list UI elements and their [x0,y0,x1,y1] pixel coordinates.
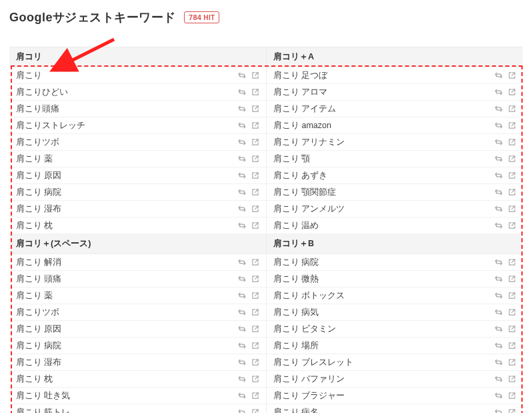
keyword-row[interactable]: 肩こり ビタミン [267,321,523,338]
keyword-row[interactable]: 肩こり 足つぼ [267,67,523,84]
retweet-icon[interactable] [238,138,246,146]
retweet-icon[interactable] [495,71,503,79]
external-link-icon[interactable] [508,155,516,163]
external-link-icon[interactable] [251,205,259,213]
retweet-icon[interactable] [238,275,246,283]
keyword-row[interactable]: 肩こり 病院 [9,338,266,354]
external-link-icon[interactable] [508,171,516,179]
retweet-icon[interactable] [238,71,246,79]
retweet-icon[interactable] [238,205,246,213]
external-link-icon[interactable] [251,88,259,96]
keyword-row[interactable]: 肩こり 薬 [9,288,266,304]
retweet-icon[interactable] [238,392,246,400]
external-link-icon[interactable] [508,222,516,230]
keyword-row[interactable]: 肩こり 場所 [267,338,523,354]
keyword-row[interactable]: 肩こりツボ [9,134,266,151]
external-link-icon[interactable] [251,325,259,333]
retweet-icon[interactable] [238,121,246,129]
external-link-icon[interactable] [251,292,259,300]
retweet-icon[interactable] [495,88,503,96]
external-link-icon[interactable] [508,375,516,383]
keyword-row[interactable]: 肩こり バファリン [267,371,523,388]
retweet-icon[interactable] [495,292,503,300]
external-link-icon[interactable] [251,358,259,366]
retweet-icon[interactable] [495,408,503,413]
retweet-icon[interactable] [238,375,246,383]
retweet-icon[interactable] [495,342,503,350]
retweet-icon[interactable] [495,171,503,179]
keyword-row[interactable]: 肩こり 病院 [267,254,523,271]
retweet-icon[interactable] [238,308,246,316]
keyword-row[interactable]: 肩こり ブレスレット [267,354,523,371]
external-link-icon[interactable] [508,358,516,366]
keyword-row[interactable]: 肩こり 薬 [9,151,266,167]
keyword-row[interactable]: 肩こり 吐き気 [9,388,266,404]
keyword-row[interactable]: 肩こり アロマ [267,84,523,101]
keyword-row[interactable]: 肩こり 頭痛 [9,271,266,288]
retweet-icon[interactable] [495,375,503,383]
keyword-row[interactable]: 肩こり アリナミン [267,134,523,151]
retweet-icon[interactable] [495,138,503,146]
retweet-icon[interactable] [238,88,246,96]
external-link-icon[interactable] [508,188,516,196]
external-link-icon[interactable] [251,155,259,163]
keyword-row[interactable]: 肩こり あずき [267,167,523,184]
retweet-icon[interactable] [238,105,246,113]
keyword-row[interactable]: 肩こり頭痛 [9,101,266,117]
retweet-icon[interactable] [495,155,503,163]
keyword-row[interactable]: 肩こり 枕 [9,371,266,388]
external-link-icon[interactable] [508,292,516,300]
external-link-icon[interactable] [508,325,516,333]
external-link-icon[interactable] [251,375,259,383]
external-link-icon[interactable] [508,275,516,283]
external-link-icon[interactable] [508,308,516,316]
retweet-icon[interactable] [495,121,503,129]
keyword-row[interactable]: 肩こり 病気 [267,304,523,321]
keyword-row[interactable]: 肩こりひどい [9,84,266,101]
retweet-icon[interactable] [238,188,246,196]
retweet-icon[interactable] [238,325,246,333]
keyword-row[interactable]: 肩こり 湿布 [9,354,266,371]
retweet-icon[interactable] [495,275,503,283]
external-link-icon[interactable] [251,222,259,230]
keyword-row[interactable]: 肩こりツボ [9,304,266,321]
keyword-row[interactable]: 肩こりストレッチ [9,117,266,134]
external-link-icon[interactable] [251,121,259,129]
retweet-icon[interactable] [238,342,246,350]
keyword-row[interactable]: 肩こり 病院 [9,184,266,201]
external-link-icon[interactable] [251,138,259,146]
keyword-row[interactable]: 肩こり 枕 [9,218,266,234]
retweet-icon[interactable] [238,292,246,300]
retweet-icon[interactable] [495,205,503,213]
retweet-icon[interactable] [238,358,246,366]
external-link-icon[interactable] [251,71,259,79]
retweet-icon[interactable] [495,105,503,113]
keyword-row[interactable]: 肩こり ブラジャー [267,388,523,404]
keyword-row[interactable]: 肩こり 原因 [9,167,266,184]
external-link-icon[interactable] [251,105,259,113]
retweet-icon[interactable] [495,308,503,316]
keyword-row[interactable]: 肩こり 原因 [9,321,266,338]
external-link-icon[interactable] [508,342,516,350]
external-link-icon[interactable] [508,121,516,129]
external-link-icon[interactable] [508,88,516,96]
external-link-icon[interactable] [251,308,259,316]
keyword-row[interactable]: 肩こり 解消 [9,254,266,271]
external-link-icon[interactable] [251,188,259,196]
external-link-icon[interactable] [251,342,259,350]
keyword-row[interactable]: 肩こり [9,67,266,84]
retweet-icon[interactable] [238,408,246,413]
external-link-icon[interactable] [251,392,259,400]
keyword-row[interactable]: 肩こり 顎 [267,151,523,167]
retweet-icon[interactable] [495,222,503,230]
external-link-icon[interactable] [508,71,516,79]
retweet-icon[interactable] [495,358,503,366]
external-link-icon[interactable] [251,258,259,266]
keyword-row[interactable]: 肩こり 顎関節症 [267,184,523,201]
keyword-row[interactable]: 肩こり ボトックス [267,288,523,304]
retweet-icon[interactable] [238,171,246,179]
external-link-icon[interactable] [251,275,259,283]
external-link-icon[interactable] [508,205,516,213]
keyword-row[interactable]: 肩こり 温め [267,218,523,234]
external-link-icon[interactable] [251,171,259,179]
